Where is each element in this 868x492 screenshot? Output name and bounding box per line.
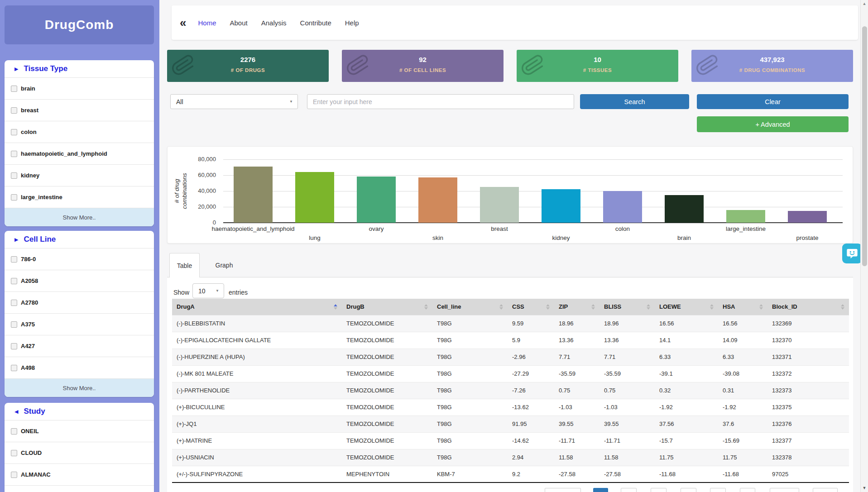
sidebar-section-header-study[interactable]: ◀Study bbox=[5, 403, 154, 420]
table-cell: (+/-)-SULFINPYRAZONE bbox=[172, 466, 342, 482]
scrollbar-up-arrow[interactable]: ▲ bbox=[861, 1, 868, 6]
sidebar-section-tissue-type: ▶Tissue Typebrainbreastcolonhaematopoiet… bbox=[5, 60, 154, 226]
pagination-button-5[interactable] bbox=[710, 488, 726, 492]
pagination-button-4[interactable] bbox=[681, 488, 696, 492]
advanced-button[interactable]: + Advanced bbox=[697, 116, 849, 132]
table-cell: 0.75 bbox=[599, 382, 655, 399]
sort-up-icon bbox=[759, 304, 763, 306]
nav-item-contribute[interactable]: Contribute bbox=[300, 19, 331, 27]
table-cell: -1.03 bbox=[554, 399, 599, 416]
table-cell: 6.33 bbox=[655, 349, 718, 365]
table-cell: TEMOZOLOMIDE bbox=[342, 332, 432, 349]
sidebar-item-a427[interactable]: A427 bbox=[5, 335, 154, 357]
sidebar-item-a498[interactable]: A498 bbox=[5, 357, 154, 378]
col-header-druga[interactable]: DrugA bbox=[172, 299, 342, 315]
sidebar-item-large-intestine[interactable]: large_intestine bbox=[5, 186, 154, 208]
sidebar-item-label: A498 bbox=[21, 364, 35, 371]
sidebar-item-kidney[interactable]: kidney bbox=[5, 164, 154, 186]
pagination-button-0[interactable] bbox=[545, 488, 581, 492]
checkbox[interactable] bbox=[11, 450, 17, 456]
sort-down-icon bbox=[546, 307, 550, 310]
tab-table[interactable]: Table bbox=[169, 253, 200, 278]
sidebar-item-brain[interactable]: brain bbox=[5, 77, 154, 99]
checkbox[interactable] bbox=[11, 194, 17, 201]
triangle-right-icon: ▶ bbox=[14, 66, 18, 72]
search-category-select[interactable]: All ▼ bbox=[170, 94, 298, 109]
col-header-bliss[interactable]: BLISS bbox=[599, 299, 655, 315]
pagination-button-6[interactable] bbox=[740, 488, 755, 492]
table-cell: T98G bbox=[432, 315, 508, 332]
sidebar-item-a2780[interactable]: A2780 bbox=[5, 291, 154, 313]
checkbox[interactable] bbox=[11, 151, 17, 157]
checkbox[interactable] bbox=[11, 300, 17, 306]
sidebar-item-label: A2058 bbox=[21, 277, 38, 284]
scrollbar-down-arrow[interactable]: ▼ bbox=[861, 486, 868, 490]
table-cell: TEMOZOLOMIDE bbox=[342, 365, 432, 382]
sidebar-item-cloud[interactable]: CLOUD bbox=[5, 442, 154, 463]
nav-item-analysis[interactable]: Analysis bbox=[261, 19, 287, 27]
sidebar-item-oneil[interactable]: ONEIL bbox=[5, 420, 154, 442]
table-cell: 2.94 bbox=[508, 449, 554, 466]
checkbox[interactable] bbox=[11, 256, 17, 263]
checkbox[interactable] bbox=[11, 278, 17, 284]
clear-button[interactable]: Clear bbox=[697, 94, 849, 109]
table-row: (+)-MATRINETEMOZOLOMIDET98G-14.62-11.71-… bbox=[172, 432, 849, 449]
col-header-loewe[interactable]: LOEWE bbox=[655, 299, 718, 315]
table-cell: 132371 bbox=[767, 349, 849, 365]
sidebar-item-a2058[interactable]: A2058 bbox=[5, 270, 154, 291]
sidebar-item-haematopoietic-and-lymphoid[interactable]: haematopoietic_and_lymphoid bbox=[5, 143, 154, 164]
table-cell: 11.75 bbox=[718, 449, 767, 466]
checkbox[interactable] bbox=[11, 172, 17, 179]
checkbox[interactable] bbox=[11, 107, 17, 114]
sidebar-item-almanac[interactable]: ALMANAC bbox=[5, 463, 154, 485]
col-header-zip[interactable]: ZIP bbox=[554, 299, 599, 315]
table-cell: T98G bbox=[432, 365, 508, 382]
pagination-button-2[interactable] bbox=[621, 488, 637, 492]
col-header-label: Cell_line bbox=[437, 303, 461, 310]
pagination-button-7[interactable] bbox=[770, 488, 799, 492]
pagination-button-3[interactable] bbox=[651, 488, 667, 492]
x-tick-label-kidney: kidney bbox=[498, 234, 624, 241]
pagination-button-1[interactable] bbox=[593, 488, 608, 492]
col-header-block-id[interactable]: Block_ID bbox=[767, 299, 849, 315]
sidebar-section-header-tissue-type[interactable]: ▶Tissue Type bbox=[5, 60, 154, 77]
sidebar-item-label: brain bbox=[21, 85, 35, 92]
checkbox[interactable] bbox=[11, 365, 17, 371]
sort-icon bbox=[334, 304, 337, 310]
search-input[interactable] bbox=[307, 94, 574, 109]
table-cell: 0.32 bbox=[655, 382, 718, 399]
sidebar-item-786-0[interactable]: 786-0 bbox=[5, 248, 154, 270]
checkbox[interactable] bbox=[11, 129, 17, 135]
scrollbar-thumb[interactable] bbox=[862, 26, 867, 266]
checkbox[interactable] bbox=[11, 472, 17, 478]
sidebar-item-colon[interactable]: colon bbox=[5, 121, 154, 143]
table-cell: (-)-HUPERZINE A (HUPA) bbox=[172, 349, 342, 365]
nav-item-about[interactable]: About bbox=[230, 19, 247, 27]
sidebar-section-header-cell-line[interactable]: ▶Cell Line bbox=[5, 231, 154, 248]
entries-count-select[interactable]: 10 ▼ bbox=[192, 283, 224, 298]
pagination-button-8[interactable] bbox=[813, 488, 838, 492]
col-header-css[interactable]: CSS bbox=[508, 299, 554, 315]
sidebar-item-breast[interactable]: breast bbox=[5, 99, 154, 121]
search-button[interactable]: Search bbox=[580, 94, 689, 109]
sidebar-item-a375[interactable]: A375 bbox=[5, 313, 154, 335]
col-header-cell-line[interactable]: Cell_line bbox=[432, 299, 508, 315]
triangle-left-icon: ◀ bbox=[14, 409, 18, 415]
checkbox[interactable] bbox=[11, 86, 17, 92]
collapse-sidebar-icon[interactable]: « bbox=[180, 17, 186, 29]
sidebar-item-label: large_intestine bbox=[21, 194, 62, 201]
checkbox[interactable] bbox=[11, 321, 17, 328]
nav-item-home[interactable]: Home bbox=[198, 19, 216, 27]
nav-item-help[interactable]: Help bbox=[345, 19, 359, 27]
tab-graph[interactable]: Graph bbox=[204, 253, 245, 277]
sort-icon bbox=[841, 304, 844, 310]
checkbox[interactable] bbox=[11, 428, 17, 435]
sidebar-item-label: A2780 bbox=[21, 299, 38, 306]
show-more-button[interactable]: Show More.. bbox=[5, 378, 154, 397]
show-more-button[interactable]: Show More.. bbox=[5, 208, 154, 226]
col-header-hsa[interactable]: HSA bbox=[718, 299, 767, 315]
sidebar-item-label: A427 bbox=[21, 343, 35, 349]
table-row: (-)-MK 801 MALEATETEMOZOLOMIDET98G-27.29… bbox=[172, 365, 849, 382]
col-header-drugb[interactable]: DrugB bbox=[342, 299, 432, 315]
checkbox[interactable] bbox=[11, 343, 17, 349]
